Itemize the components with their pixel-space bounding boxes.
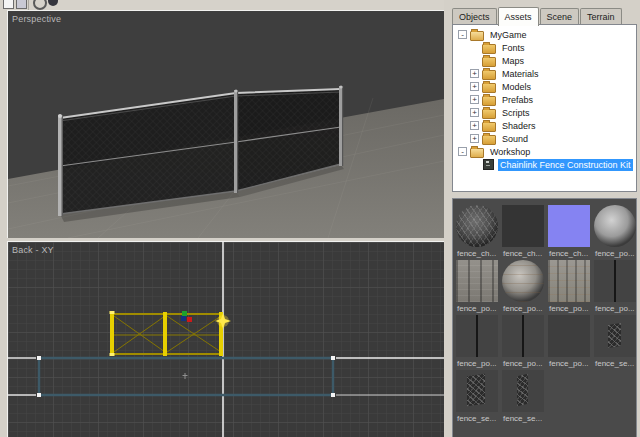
asset-label: fence_se... <box>501 412 546 423</box>
tree-item-label: Shaders <box>500 120 538 132</box>
model-preview <box>594 315 636 357</box>
asset-thumbnail[interactable]: fence_po... <box>455 260 500 313</box>
perspective-viewport[interactable]: Perspective <box>7 10 444 238</box>
asset-label: fence_po... <box>455 357 500 368</box>
folder-icon <box>482 109 496 119</box>
folder-icon <box>482 135 496 145</box>
expander-icon[interactable]: + <box>470 121 479 130</box>
tree-item-mygame[interactable]: - MyGame <box>453 28 636 41</box>
tree-item-label: Sound <box>500 133 530 145</box>
asset-thumbnail[interactable]: fence_po... <box>501 260 546 313</box>
tree-item-prefabs[interactable]: + Prefabs <box>453 93 636 106</box>
asset-thumbnail[interactable]: fence_po... <box>547 260 592 313</box>
asset-thumbnails-panel: fence_ch... fence_ch... fence_ch... fenc… <box>452 198 637 437</box>
expander-icon[interactable]: + <box>470 82 479 91</box>
tree-item-label: Prefabs <box>500 94 535 106</box>
folder-icon <box>482 122 496 132</box>
model-preview <box>456 315 498 357</box>
folder-open-icon <box>470 31 484 41</box>
tab-assets[interactable]: Assets <box>498 7 539 26</box>
asset-thumbnail[interactable]: fence_ch... <box>547 205 592 258</box>
tree-item-label: Fonts <box>500 42 527 54</box>
construction-kit-icon <box>483 159 494 170</box>
expander-icon[interactable]: - <box>458 147 467 156</box>
viewport-label-perspective: Perspective <box>12 14 61 24</box>
asset-thumbnail[interactable]: fence_po... <box>455 315 500 368</box>
tree-item-label: MyGame <box>488 29 529 41</box>
tree-item-label: Workshop <box>488 146 532 158</box>
expander-icon[interactable]: + <box>470 95 479 104</box>
tree-item-workshop[interactable]: - Workshop <box>453 145 636 158</box>
settings-icon[interactable] <box>33 0 47 10</box>
model-preview <box>548 315 590 357</box>
asset-label: fence_po... <box>547 302 592 313</box>
material-preview <box>502 205 544 247</box>
expander-icon[interactable]: + <box>470 69 479 78</box>
tree-item-scripts[interactable]: + Scripts <box>453 106 636 119</box>
tree-item-materials[interactable]: + Materials <box>453 67 636 80</box>
asset-label: fence_po... <box>593 302 637 313</box>
material-preview <box>594 205 636 247</box>
thumbnail-grid: fence_ch... fence_ch... fence_ch... fenc… <box>453 199 636 423</box>
folder-icon <box>482 57 496 67</box>
tree-item-shaders[interactable]: + Shaders <box>453 119 636 132</box>
asset-label: fence_po... <box>455 302 500 313</box>
tree-item-label: Maps <box>500 55 526 67</box>
material-preview <box>502 260 544 302</box>
panel-tabs: Objects Assets Scene Terrain <box>452 8 623 25</box>
material-preview <box>456 205 498 247</box>
asset-label: fence_se... <box>593 357 637 368</box>
asset-label: fence_po... <box>547 357 592 368</box>
asset-tree: - MyGame Fonts Maps + Materials + Models… <box>452 24 637 192</box>
asset-thumbnail[interactable]: fence_po... <box>501 315 546 368</box>
folder-icon <box>482 44 496 54</box>
asset-label: fence_ch... <box>455 247 500 258</box>
asset-label: fence_ch... <box>547 247 592 258</box>
folder-open-icon <box>470 148 484 158</box>
folder-icon <box>482 96 496 106</box>
tree-item-label: Models <box>500 81 533 93</box>
model-preview <box>502 315 544 357</box>
toolbar-separator <box>28 0 29 10</box>
perspective-scene <box>8 11 444 238</box>
new-icon[interactable] <box>3 0 14 9</box>
expander-icon[interactable]: + <box>470 108 479 117</box>
asset-thumbnail[interactable]: fence_po... <box>593 205 637 258</box>
model-preview <box>456 370 498 412</box>
help-icon[interactable] <box>48 0 58 6</box>
asset-thumbnail[interactable]: fence_se... <box>593 315 637 368</box>
tree-item-label: Chainlink Fence Construction Kit <box>498 159 633 171</box>
viewport-label-back-xy: Back - XY <box>12 245 54 255</box>
back-xy-scene <box>8 242 444 437</box>
model-preview <box>502 370 544 412</box>
expander-icon[interactable]: - <box>458 30 467 39</box>
asset-label: fence_po... <box>593 247 637 258</box>
folder-icon <box>482 70 496 80</box>
tree-item-label: Materials <box>500 68 541 80</box>
asset-label: fence_ch... <box>501 247 546 258</box>
back-xy-viewport[interactable]: Back - XY <box>7 241 444 437</box>
save-icon[interactable] <box>16 0 27 9</box>
right-panel: Objects Assets Scene Terrain - MyGame Fo… <box>444 0 640 437</box>
tree-item-maps[interactable]: Maps <box>453 54 636 67</box>
model-preview <box>594 260 636 302</box>
tree-item-sound[interactable]: + Sound <box>453 132 636 145</box>
asset-thumbnail[interactable]: fence_ch... <box>455 205 500 258</box>
asset-thumbnail[interactable]: fence_ch... <box>501 205 546 258</box>
asset-thumbnail[interactable]: fence_po... <box>593 260 637 313</box>
asset-label: fence_po... <box>501 357 546 368</box>
normal-map-preview <box>548 205 590 247</box>
asset-label: fence_po... <box>501 302 546 313</box>
asset-thumbnail[interactable]: fence_po... <box>547 315 592 368</box>
folder-icon <box>482 83 496 93</box>
texture-preview <box>456 260 498 302</box>
tree-item-fonts[interactable]: Fonts <box>453 41 636 54</box>
tree-item-models[interactable]: + Models <box>453 80 636 93</box>
asset-thumbnail[interactable]: fence_se... <box>501 370 546 423</box>
asset-thumbnail[interactable]: fence_se... <box>455 370 500 423</box>
tree-item-label: Scripts <box>500 107 532 119</box>
expander-icon[interactable]: + <box>470 134 479 143</box>
asset-label: fence_se... <box>455 412 500 423</box>
tree-item-chainlink-fence-kit[interactable]: Chainlink Fence Construction Kit <box>453 158 636 171</box>
texture-preview <box>548 260 590 302</box>
